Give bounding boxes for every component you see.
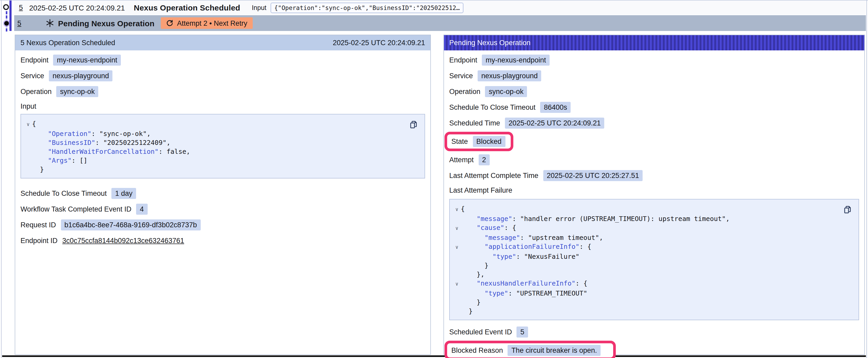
code-line: } bbox=[453, 298, 854, 306]
field-value-chip: 2025-02-25 UTC 20:24:09.21 bbox=[505, 117, 604, 128]
pending-operation-header-title: Pending Nexus Operation bbox=[449, 39, 530, 47]
field-value-chip: sync-op-ok bbox=[485, 86, 527, 97]
field-row-service: Servicenexus-playground bbox=[449, 68, 859, 84]
code-text: } bbox=[461, 261, 488, 270]
input-json-viewer: ∨{ "Operation": "sync-op-ok", "BusinessI… bbox=[21, 114, 425, 178]
pending-asterisk-icon bbox=[45, 19, 54, 27]
event-detail-header: 5 Nexus Operation Scheduled 2025-02-25 U… bbox=[15, 35, 430, 51]
field-row-schedule-to-close-timeout: Schedule To Close Timeout1 day bbox=[21, 185, 425, 201]
code-gutter bbox=[453, 233, 461, 242]
code-text: "Args": [] bbox=[32, 156, 88, 165]
collapse-chevron-icon[interactable]: ∨ bbox=[24, 119, 32, 129]
field-row-scheduled-event-id: Scheduled Event ID5 bbox=[449, 324, 859, 339]
code-text: "message": "upstream timeout", bbox=[461, 233, 603, 242]
field-row-request-id: Request IDb1c6a4bc-8ee7-468a-9169-df3b02… bbox=[21, 217, 425, 232]
field-value-chip: sync-op-ok bbox=[57, 86, 98, 97]
field-row-workflow-task-completed-event-id: Workflow Task Completed Event ID4 bbox=[21, 201, 425, 217]
field-label: Scheduled Event ID bbox=[449, 328, 512, 336]
field-value-link[interactable]: 3c0c75ccfa8144b092c13ce632463761 bbox=[62, 236, 184, 245]
code-text: } bbox=[461, 306, 473, 316]
pending-event-title: Pending Nexus Operation bbox=[58, 19, 154, 28]
event-detail-header-title: 5 Nexus Operation Scheduled bbox=[21, 39, 115, 47]
collapse-chevron-icon[interactable]: ∨ bbox=[453, 204, 461, 214]
code-text: "cause": { bbox=[461, 223, 516, 233]
field-value-chip: Blocked bbox=[473, 136, 505, 147]
event-timestamp: 2025-02-25 UTC 20:24:09.21 bbox=[29, 3, 125, 12]
code-line: ∨{ bbox=[24, 119, 420, 129]
field-value-chip: 1 day bbox=[112, 188, 136, 199]
event-row-pending-nexus-operation[interactable]: 5 Pending Nexus Operation Attempt 2 • Ne… bbox=[14, 15, 866, 31]
field-value-chip: b1c6a4bc-8ee7-468a-9169-df3b02c8737b bbox=[61, 219, 200, 230]
copy-icon[interactable] bbox=[409, 120, 418, 129]
field-value-chip: The circuit breaker is open. bbox=[508, 345, 601, 356]
code-line: "Operation": "sync-op-ok", bbox=[24, 129, 420, 138]
temporal-event-history-view: 5 2025-02-25 UTC 20:24:09.21 Nexus Opera… bbox=[0, 0, 868, 358]
pending-operation-panel: Pending Nexus Operation Endpointmy-nexus… bbox=[443, 35, 865, 355]
collapse-chevron-icon[interactable]: ∨ bbox=[453, 279, 461, 289]
timeline-active-dot-icon bbox=[3, 20, 10, 27]
retry-icon bbox=[166, 20, 174, 27]
code-text: "HandlerWaitForCancellation": false, bbox=[32, 147, 190, 156]
code-gutter bbox=[453, 214, 461, 223]
code-line: ∨ "nexusHandlerFailureInfo": { bbox=[453, 279, 854, 289]
code-text: "nexusHandlerFailureInfo": { bbox=[461, 279, 587, 289]
field-value-chip: my-nexus-endpoint bbox=[482, 54, 550, 65]
code-line: "message": "upstream timeout", bbox=[453, 233, 854, 242]
code-line: }, bbox=[453, 270, 854, 279]
collapse-chevron-icon[interactable]: ∨ bbox=[453, 223, 461, 233]
code-text: } bbox=[32, 165, 44, 174]
copy-icon[interactable] bbox=[843, 205, 852, 214]
code-text: "BusinessID": "20250225122409", bbox=[32, 138, 170, 147]
field-value-chip: my-nexus-endpoint bbox=[53, 54, 121, 65]
field-row-scheduled-time: Scheduled Time2025-02-25 UTC 20:24:09.21 bbox=[449, 115, 859, 131]
field-value-chip: 2025-02-25 UTC 20:25:27.51 bbox=[543, 170, 643, 181]
failure-json-viewer: ∨{ "message": "handler error (UPSTREAM_T… bbox=[449, 199, 859, 320]
field-value-chip: 5 bbox=[517, 326, 528, 337]
field-value-chip: 2 bbox=[478, 154, 490, 165]
code-text: { bbox=[461, 204, 465, 214]
code-text: "type": "NexusFailure" bbox=[461, 252, 580, 261]
field-row-blocked-reason: Blocked ReasonThe circuit breaker is ope… bbox=[449, 339, 859, 358]
field-label: Operation bbox=[449, 88, 480, 95]
retry-attempt-badge: Attempt 2 • Next Retry bbox=[161, 17, 253, 29]
timeline-open-circle-icon bbox=[3, 4, 9, 10]
code-gutter bbox=[453, 261, 461, 270]
event-detail-panel: 5 Nexus Operation Scheduled 2025-02-25 U… bbox=[15, 35, 431, 355]
field-row-schedule-to-close-timeout: Schedule To Close Timeout86400s bbox=[449, 99, 859, 115]
event-id-link[interactable]: 5 bbox=[19, 4, 23, 11]
event-input-label: Input bbox=[252, 4, 267, 11]
code-line: ∨{ bbox=[453, 204, 854, 214]
code-text: }, bbox=[461, 270, 485, 279]
event-id-link[interactable]: 5 bbox=[17, 19, 21, 27]
field-label: Last Attempt Complete Time bbox=[449, 171, 538, 179]
field-label: Operation bbox=[21, 88, 52, 95]
code-gutter bbox=[24, 138, 32, 147]
code-line: "BusinessID": "20250225122409", bbox=[24, 138, 420, 147]
code-line: } bbox=[453, 261, 854, 270]
event-input-preview-chip: {"Operation":"sync-op-ok","BusinessID":"… bbox=[271, 2, 463, 13]
event-group-indicator-bar bbox=[9, 1, 11, 31]
code-text: "Operation": "sync-op-ok", bbox=[32, 129, 151, 138]
field-row-endpoint: Endpointmy-nexus-endpoint bbox=[449, 52, 859, 68]
field-row-operation: Operationsync-op-ok bbox=[449, 84, 859, 99]
code-line: ∨ "applicationFailureInfo": { bbox=[453, 242, 854, 252]
field-row-service: Servicenexus-playground bbox=[21, 68, 425, 84]
field-label: Workflow Task Completed Event ID bbox=[21, 205, 131, 213]
code-text: { bbox=[32, 119, 36, 129]
code-text: "applicationFailureInfo": { bbox=[461, 242, 591, 252]
code-line: "HandlerWaitForCancellation": false, bbox=[24, 147, 420, 156]
event-detail-header-time: 2025-02-25 UTC 20:24:09.21 bbox=[333, 39, 425, 47]
field-value-chip: 4 bbox=[136, 203, 147, 215]
field-label: Schedule To Close Timeout bbox=[21, 189, 107, 197]
left-border bbox=[1, 0, 2, 358]
field-row-last-attempt-complete-time: Last Attempt Complete Time2025-02-25 UTC… bbox=[449, 167, 859, 183]
event-row-nexus-operation-scheduled[interactable]: 5 2025-02-25 UTC 20:24:09.21 Nexus Opera… bbox=[14, 1, 866, 15]
collapse-chevron-icon[interactable]: ∨ bbox=[453, 242, 461, 252]
field-row-attempt: Attempt2 bbox=[449, 152, 859, 167]
field-label: Endpoint bbox=[21, 56, 49, 64]
field-label: Blocked Reason bbox=[451, 346, 503, 354]
code-gutter bbox=[453, 252, 461, 261]
pending-operation-header: Pending Nexus Operation bbox=[444, 35, 864, 51]
code-line: ∨ "cause": { bbox=[453, 223, 854, 233]
annotation-highlight-box: StateBlocked bbox=[444, 131, 513, 151]
